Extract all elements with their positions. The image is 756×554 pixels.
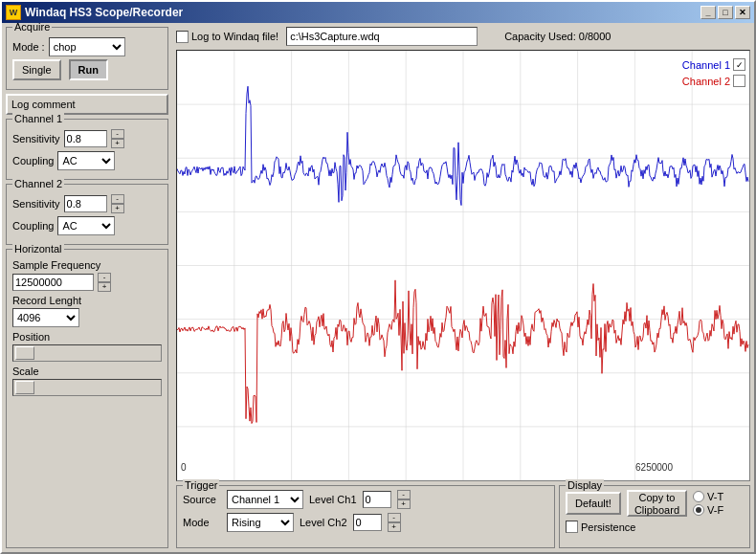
ch1-coupling-label: Coupling [12,155,54,166]
vf-radio[interactable] [693,504,704,516]
level-ch1-input[interactable] [363,491,391,508]
trigger-source-select[interactable]: Channel 1 Channel 2 [227,490,303,509]
ch1-legend-checkbox[interactable]: ✓ [733,58,745,71]
main-window: W Windaq HS3 Scope/Recorder _ □ ✕ Acquir… [0,0,756,554]
mode-select[interactable]: chop alt real [49,37,125,56]
trigger-mode-select[interactable]: Rising Falling [227,513,294,532]
position-slider-track [12,344,162,362]
scale-slider-track [12,379,162,396]
horizontal-group-title: Horizontal [12,243,64,255]
sample-freq-input[interactable] [12,274,94,291]
clipboard-line1: Copy to [639,492,676,503]
persistence-checkbox[interactable] [566,521,578,533]
level-ch2-minus[interactable]: - [388,513,401,522]
level-ch2-plus[interactable]: + [388,522,401,532]
level-ch1-spin: - + [397,490,411,509]
ch2-sensitivity-label: Sensitivity [12,198,60,210]
vt-vf-radio-group: V-T V-F [693,491,723,516]
sample-freq-plus[interactable]: + [98,282,111,292]
mode-label: Mode : [12,41,45,53]
main-content: Acquire Mode : chop alt real Single Run … [2,23,754,552]
capacity-text: Capacity Used: [504,31,576,42]
single-run-row: Single Run [12,59,162,80]
log-comment-button[interactable]: Log comment [6,94,168,115]
title-bar: W Windaq HS3 Scope/Recorder _ □ ✕ [2,2,754,23]
app-icon: W [6,5,21,20]
sample-freq-label: Sample Frequency [12,259,162,271]
level-ch1-plus[interactable]: + [397,499,411,509]
ch2-sens-plus[interactable]: + [111,204,124,213]
close-button[interactable]: ✕ [735,6,750,19]
level-ch2-label: Level Ch2 [300,517,347,528]
chart-area: Channel 1 ✓ Channel 2 0 6250000 [176,50,750,481]
ch1-sens-minus[interactable]: - [111,129,124,139]
copy-clipboard-button[interactable]: Copy to Clipboard [627,490,687,517]
ch1-coupling-select[interactable]: AC DC GND [57,151,115,170]
ch2-sensitivity-row: Sensitivity - + [12,194,162,213]
left-panel: Acquire Mode : chop alt real Single Run … [2,23,172,552]
ch2-legend-checkbox[interactable] [733,75,745,87]
record-len-select[interactable]: 4096 8192 16384 [12,308,79,327]
ch2-sensitivity-input[interactable] [64,195,107,212]
ch2-sens-minus[interactable]: - [111,194,124,204]
capacity-value: 0/8000 [579,31,611,42]
capacity-label: Capacity Used: 0/8000 [504,31,611,42]
vt-radio[interactable] [693,491,704,502]
file-path-display: c:\Hs3Capture.wdq [286,27,478,46]
channel1-group-title: Channel 1 [12,113,64,124]
scale-label: Scale [12,366,162,377]
run-button[interactable]: Run [69,59,108,80]
ch1-sensitivity-input[interactable]: 0.8 [64,130,107,147]
channel2-group-title: Channel 2 [12,178,64,189]
legend-ch2-label: Channel 2 [682,76,730,87]
persistence-label: Persistence [581,521,635,533]
channel2-group: Channel 2 Sensitivity - + Coupling AC DC… [6,184,168,245]
ch1-sensitivity-label: Sensitivity [12,133,60,144]
title-buttons: _ □ ✕ [700,6,750,19]
window-title: Windaq HS3 Scope/Recorder [25,6,183,19]
trigger-mode-label: Mode [183,517,221,528]
trigger-source-label: Source [183,494,221,505]
channel1-group: Channel 1 Sensitivity 0.8 - + Coupling A… [6,119,168,180]
ch1-sensitivity-row: Sensitivity 0.8 - + [12,129,162,148]
level-ch2-spin: - + [388,513,401,532]
record-len-label: Record Lenght [12,295,162,306]
right-panel: Log to Windaq file! c:\Hs3Capture.wdq Ca… [172,23,754,552]
scale-slider-thumb[interactable] [15,381,34,394]
acquire-group-title: Acquire [12,23,52,33]
ch1-sens-plus[interactable]: + [111,139,124,148]
record-len-row: 4096 8192 16384 [12,308,162,327]
log-label: Log to Windaq file! [191,31,278,42]
level-ch2-input[interactable] [353,514,382,531]
maximize-button[interactable]: □ [718,6,733,19]
vt-radio-label[interactable]: V-T [693,491,723,502]
log-checkbox-label[interactable]: Log to Windaq file! [176,31,278,43]
log-checkbox[interactable] [176,31,189,43]
minimize-button[interactable]: _ [700,6,716,19]
scope-canvas [177,51,749,480]
ch2-coupling-select[interactable]: AC DC GND [57,216,115,235]
sample-freq-minus[interactable]: - [98,273,111,282]
level-ch1-minus[interactable]: - [397,490,411,499]
single-button[interactable]: Single [12,59,61,80]
vt-label: V-T [707,491,723,502]
acquire-group: Acquire Mode : chop alt real Single Run [6,27,168,90]
ch2-coupling-label: Coupling [12,220,54,232]
vf-label: V-F [707,504,723,516]
position-slider-thumb[interactable] [15,346,34,360]
level-ch1-label: Level Ch1 [309,494,357,505]
trigger-mode-row: Mode Rising Falling Level Ch2 - + [183,513,548,532]
position-label: Position [12,331,162,343]
legend-ch1-label: Channel 1 [682,59,730,71]
title-bar-left: W Windaq HS3 Scope/Recorder [6,5,183,20]
trigger-group: Trigger Source Channel 1 Channel 2 Level… [176,485,555,548]
vf-radio-label[interactable]: V-F [693,504,723,516]
ch1-coupling-row: Coupling AC DC GND [12,151,162,170]
legend-ch1: Channel 1 ✓ [682,58,745,71]
ch1-sensitivity-spin: - + [111,129,124,148]
chart-x-right-label: 6250000 [635,462,673,473]
default-button[interactable]: Default! [566,492,621,515]
top-bar: Log to Windaq file! c:\Hs3Capture.wdq Ca… [172,23,754,50]
display-btn-row: Default! Copy to Clipboard V-T [566,490,744,517]
bottom-panel: Trigger Source Channel 1 Channel 2 Level… [172,483,754,552]
